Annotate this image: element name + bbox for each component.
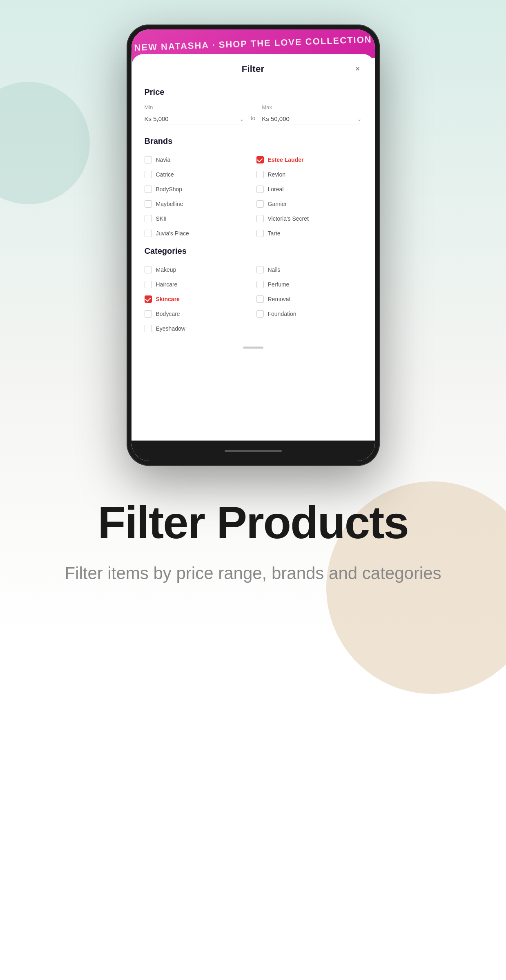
checkbox-box bbox=[145, 215, 152, 222]
checkbox-label: Catrice bbox=[156, 171, 174, 178]
checkbox-label: Loreal bbox=[268, 186, 284, 192]
handle-bar bbox=[243, 347, 263, 349]
checkbox-box bbox=[145, 156, 152, 163]
checkbox-label: Eyeshadow bbox=[156, 325, 185, 332]
checkbox-box bbox=[256, 230, 264, 237]
checkbox-box bbox=[256, 266, 264, 273]
phone-frame: NEW NATASHA · SHOP THE LOVE COLLECTION F… bbox=[127, 25, 380, 466]
checkbox-label: BodyShop bbox=[156, 186, 183, 192]
chevron-down-icon: ⌄ bbox=[239, 116, 244, 122]
phone-nav-indicator bbox=[225, 450, 282, 452]
checkbox-box bbox=[256, 156, 264, 163]
checkbox-box bbox=[145, 186, 152, 193]
price-min-label: Min bbox=[145, 104, 244, 110]
brand-checkbox-item[interactable]: BodyShop bbox=[145, 183, 250, 196]
category-checkbox-item[interactable]: Perfume bbox=[256, 278, 362, 291]
checkbox-label: Victoria's Secret bbox=[268, 215, 309, 222]
main-heading: Filter Products bbox=[33, 499, 473, 547]
price-max-value: Ks 50,000 bbox=[262, 115, 290, 122]
phone-wrapper: NEW NATASHA · SHOP THE LOVE COLLECTION F… bbox=[0, 0, 506, 466]
bottom-handle bbox=[145, 342, 362, 351]
checkbox-box bbox=[145, 325, 152, 332]
brand-checkbox-item[interactable]: Tarte bbox=[256, 227, 362, 240]
close-icon: × bbox=[355, 64, 360, 74]
price-min-group: Min Ks 5,000 ⌄ bbox=[145, 104, 244, 125]
checkbox-box bbox=[256, 215, 264, 222]
checkbox-label: Revlon bbox=[268, 171, 286, 178]
checkbox-label: Estee Lauder bbox=[268, 157, 304, 163]
category-checkbox-item[interactable]: Haircare bbox=[145, 278, 250, 291]
brand-checkbox-item[interactable]: Loreal bbox=[256, 183, 362, 196]
checkbox-box bbox=[145, 266, 152, 273]
filter-content: Price Min Ks 5,000 ⌄ to bbox=[132, 81, 375, 459]
sub-heading: Filter items by price range, brands and … bbox=[33, 562, 473, 586]
checkbox-label: SKII bbox=[156, 215, 167, 222]
banner-text: NEW NATASHA · SHOP THE LOVE COLLECTION bbox=[134, 34, 372, 53]
price-row: Min Ks 5,000 ⌄ to Max bbox=[145, 104, 362, 125]
brand-checkbox-item[interactable]: Catrice bbox=[145, 168, 250, 181]
category-checkbox-item[interactable]: Removal bbox=[256, 293, 362, 306]
checkbox-box bbox=[256, 281, 264, 288]
brands-section-title: Brands bbox=[145, 136, 362, 146]
price-max-select[interactable]: Ks 50,000 ⌄ bbox=[262, 113, 361, 125]
phone-bottom-bar bbox=[132, 441, 375, 461]
category-checkbox-item[interactable]: Bodycare bbox=[145, 307, 250, 320]
price-min-value: Ks 5,000 bbox=[145, 115, 169, 122]
brand-checkbox-item[interactable]: Victoria's Secret bbox=[256, 212, 362, 225]
brand-checkbox-item[interactable]: Garnier bbox=[256, 197, 362, 210]
brand-checkbox-item[interactable]: Estee Lauder bbox=[256, 153, 362, 166]
checkbox-box bbox=[145, 281, 152, 288]
brand-checkbox-item[interactable]: Revlon bbox=[256, 168, 362, 181]
checkbox-box bbox=[256, 186, 264, 193]
brand-checkbox-item[interactable]: Navia bbox=[145, 153, 250, 166]
price-max-label: Max bbox=[262, 104, 361, 110]
checkbox-label: Haircare bbox=[156, 281, 178, 288]
filter-title: Filter bbox=[242, 64, 265, 74]
checkbox-box bbox=[256, 310, 264, 318]
checkbox-label: Removal bbox=[268, 296, 290, 302]
category-checkbox-item[interactable]: Makeup bbox=[145, 263, 250, 276]
checkbox-label: Nails bbox=[268, 266, 281, 273]
checkbox-box bbox=[145, 200, 152, 208]
checkbox-label: Foundation bbox=[268, 311, 296, 317]
checkbox-label: Tarte bbox=[268, 230, 281, 237]
checkbox-label: Navia bbox=[156, 157, 171, 163]
checkbox-label: Maybelline bbox=[156, 201, 183, 207]
page-background: NEW NATASHA · SHOP THE LOVE COLLECTION F… bbox=[0, 0, 506, 980]
checkbox-label: Juvia's Place bbox=[156, 230, 189, 237]
checkbox-box bbox=[145, 230, 152, 237]
price-section: Price Min Ks 5,000 ⌄ to bbox=[145, 87, 362, 125]
checkbox-label: Garnier bbox=[268, 201, 287, 207]
categories-section-title: Categories bbox=[145, 246, 362, 256]
close-button[interactable]: × bbox=[352, 63, 363, 74]
checkbox-box bbox=[256, 200, 264, 208]
brand-checkbox-item[interactable]: Juvia's Place bbox=[145, 227, 250, 240]
bottom-text-section: Filter Products Filter items by price ra… bbox=[0, 466, 506, 610]
categories-list: Makeup Nails Haircare Perfume Skincare R… bbox=[145, 263, 362, 335]
price-to-label: to bbox=[251, 108, 256, 121]
category-checkbox-item[interactable]: Eyeshadow bbox=[145, 322, 250, 335]
brands-section: Brands Navia Estee Lauder Catrice Revlon… bbox=[145, 136, 362, 240]
filter-modal: Filter × Price Min bbox=[132, 54, 375, 461]
phone-inner: NEW NATASHA · SHOP THE LOVE COLLECTION F… bbox=[132, 29, 375, 461]
brand-checkbox-item[interactable]: SKII bbox=[145, 212, 250, 225]
price-section-title: Price bbox=[145, 87, 362, 97]
checkbox-box bbox=[145, 295, 152, 303]
checkbox-label: Skincare bbox=[156, 296, 180, 302]
category-checkbox-item[interactable]: Foundation bbox=[256, 307, 362, 320]
checkbox-box bbox=[145, 310, 152, 318]
brand-checkbox-item[interactable]: Maybelline bbox=[145, 197, 250, 210]
chevron-down-icon-2: ⌄ bbox=[357, 116, 362, 122]
category-checkbox-item[interactable]: Nails bbox=[256, 263, 362, 276]
filter-header: Filter × bbox=[132, 54, 375, 81]
category-checkbox-item[interactable]: Skincare bbox=[145, 293, 250, 306]
checkbox-label: Bodycare bbox=[156, 311, 180, 317]
brands-list: Navia Estee Lauder Catrice Revlon BodySh… bbox=[145, 153, 362, 240]
checkbox-box bbox=[256, 171, 264, 178]
categories-section: Categories Makeup Nails Haircare Perfume… bbox=[145, 246, 362, 335]
checkbox-label: Makeup bbox=[156, 266, 176, 273]
price-min-select[interactable]: Ks 5,000 ⌄ bbox=[145, 113, 244, 125]
checkbox-label: Perfume bbox=[268, 281, 290, 288]
checkbox-box bbox=[256, 295, 264, 303]
price-max-group: Max Ks 50,000 ⌄ bbox=[262, 104, 361, 125]
